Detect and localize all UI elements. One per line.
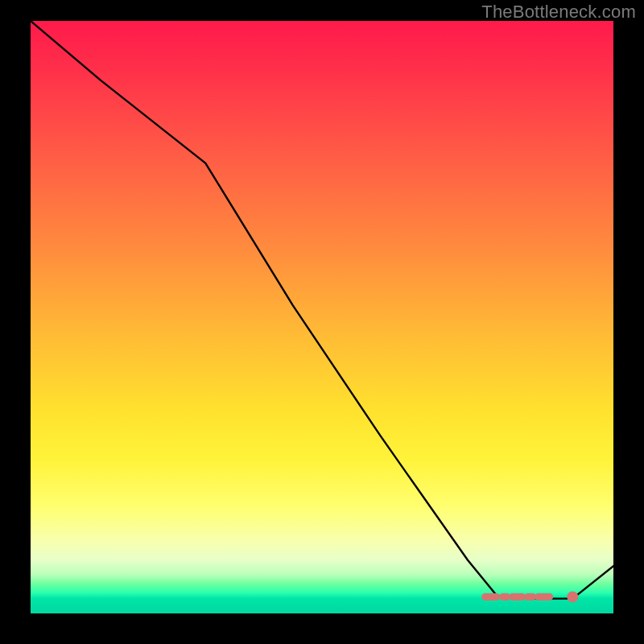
plot-area [31, 21, 613, 613]
black-curve [31, 21, 613, 599]
red-marker-dot [567, 591, 578, 602]
chart-overlay [31, 21, 613, 613]
watermark-text: TheBottleneck.com [481, 2, 636, 23]
chart-frame: TheBottleneck.com [0, 0, 644, 644]
